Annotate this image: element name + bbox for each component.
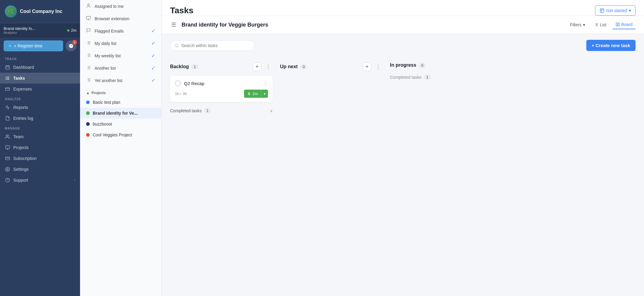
- task-more-button[interactable]: ⋮: [262, 80, 268, 87]
- sub-panel-project-buzzboost[interactable]: buzzboost: [80, 119, 161, 129]
- sidebar-item-dashboard[interactable]: Dashboard: [0, 62, 80, 73]
- my-daily-list-check: ✓: [151, 40, 155, 46]
- task-timer-dropdown-button[interactable]: ▾: [261, 90, 268, 98]
- sub-panel-assigned-to-me[interactable]: Assigned to me: [80, 0, 161, 12]
- sidebar-item-support[interactable]: Support ›: [0, 175, 80, 186]
- list-view-label: List: [600, 22, 607, 27]
- sidebar-item-reports[interactable]: Reports: [0, 102, 80, 113]
- hamburger-button[interactable]: ☰: [170, 20, 177, 29]
- sub-panel-project-brand-identity[interactable]: Brand identity for Ve...: [80, 108, 161, 119]
- tasks-project-title: Brand identity for Veggie Burgers: [182, 22, 563, 28]
- timer-time: 2m: [71, 28, 76, 33]
- sub-panel-another-list[interactable]: Another list ✓: [80, 62, 161, 74]
- svg-line-57: [178, 46, 179, 47]
- task-timer-button[interactable]: ⏸ 2m: [244, 90, 261, 98]
- sub-panel-flagged-emails[interactable]: Flagged Emails ✓: [80, 25, 161, 37]
- flag-icon: [86, 28, 92, 34]
- svg-rect-55: [618, 23, 619, 26]
- support-chevron-icon: ›: [74, 178, 75, 182]
- dashboard-icon: [5, 65, 10, 70]
- sub-panel-my-daily-list[interactable]: My daily list ✓: [80, 37, 161, 49]
- timer-analytics: Analytics: [4, 31, 35, 34]
- in-progress-completed-tasks: Completed tasks 1: [390, 73, 493, 81]
- company-name: Cool Company Inc: [20, 9, 62, 14]
- list-icon-yet-another: [86, 78, 92, 83]
- project-brand-identity-label: Brand identity for Ve...: [93, 111, 138, 116]
- project-buzzboost-label: buzzboost: [93, 122, 112, 126]
- backlog-more-button[interactable]: ⋮: [264, 63, 273, 71]
- sidebar-item-entries-log[interactable]: Entries log: [0, 113, 80, 124]
- board-view-icon: [616, 22, 620, 27]
- up-next-add-button[interactable]: +: [363, 62, 371, 71]
- project-basic-test-plan-label: Basic test plan: [93, 100, 120, 105]
- sidebar-header: 🌿 Cool Company Inc: [0, 0, 80, 23]
- sidebar-item-settings[interactable]: Settings: [0, 164, 80, 175]
- sidebar-item-entries-label: Entries log: [13, 116, 33, 121]
- support-icon: [5, 177, 10, 183]
- sidebar-item-support-label: Support: [13, 178, 28, 183]
- clock-icon: 🕐: [69, 44, 74, 48]
- timer-dot: [67, 29, 69, 32]
- in-progress-title: In progress: [390, 62, 416, 68]
- sub-panel-yet-another-list[interactable]: Yet another list ✓: [80, 74, 161, 87]
- track-section-label: TRACK: [0, 54, 80, 62]
- task-timer-wrap: ⏸ 2m ▾: [244, 90, 268, 98]
- sidebar-item-team[interactable]: Team: [0, 131, 80, 142]
- sidebar-item-settings-label: Settings: [13, 167, 29, 172]
- sub-panel-project-basic-test-plan[interactable]: Basic test plan: [80, 97, 161, 108]
- board-view-button[interactable]: Board: [613, 20, 636, 29]
- task-card-footer: 1h / 3h ⏸ 2m ▾: [175, 90, 268, 98]
- create-task-button[interactable]: + Create new task: [586, 40, 636, 51]
- tasks-toolbar: ☰ Brand identity for Veggie Burgers Filt…: [162, 16, 644, 34]
- svg-rect-54: [616, 23, 617, 26]
- up-next-count: 0: [300, 64, 307, 69]
- in-progress-column: In progress 0 Completed tasks 1: [390, 61, 493, 290]
- another-list-check: ✓: [151, 65, 155, 71]
- sidebar-item-projects[interactable]: Projects: [0, 142, 80, 153]
- team-icon: [5, 134, 10, 139]
- list-view-button[interactable]: List: [591, 21, 610, 29]
- get-started-label: Get started: [606, 8, 627, 13]
- timer-label: 2m: [253, 91, 258, 96]
- completed-tasks-chevron-icon: ∨: [270, 108, 273, 113]
- sidebar-item-subscription[interactable]: Subscription: [0, 153, 80, 164]
- task-complete-button[interactable]: [175, 80, 181, 86]
- timer-bar[interactable]: Brand identity fo... Analytics 2m: [0, 23, 80, 37]
- notifications-button[interactable]: 🕐 1: [66, 40, 76, 51]
- svg-point-56: [175, 44, 178, 46]
- up-next-more-button[interactable]: ⋮: [374, 63, 383, 71]
- register-time-label: + Register time: [14, 43, 43, 48]
- task-title: Q2 Recap: [184, 81, 259, 86]
- svg-rect-19: [86, 16, 90, 19]
- board-area: + Create new task Backlog 1 + ⋮ Q2 Recap: [162, 34, 644, 296]
- main-content: Tasks Get started ▾ ☰ Brand identity for…: [162, 0, 644, 296]
- backlog-add-button[interactable]: +: [253, 62, 261, 71]
- projects-section-header[interactable]: ▲ Projects: [80, 87, 161, 97]
- get-started-button[interactable]: Get started ▾: [595, 5, 636, 16]
- flagged-emails-check: ✓: [151, 28, 155, 34]
- board-view-label: Board: [621, 22, 633, 27]
- sidebar-item-tasks[interactable]: Tasks: [0, 73, 80, 84]
- search-input-wrap[interactable]: [170, 40, 255, 51]
- sub-panel-project-cool-veggies[interactable]: Cool Veggies Project: [80, 129, 161, 140]
- main-header: Tasks Get started ▾: [162, 0, 644, 16]
- register-time-button[interactable]: ＋ + Register time: [4, 40, 63, 51]
- sub-panel-browser-extension[interactable]: Browser extension: [80, 12, 161, 25]
- sub-panel-my-weekly-list[interactable]: My weekly list ✓: [80, 49, 161, 62]
- filters-button[interactable]: Filters ▾: [567, 21, 588, 29]
- completed-tasks-count: 1: [204, 108, 211, 113]
- projects-icon: [5, 145, 10, 150]
- board-columns: Backlog 1 + ⋮ Q2 Recap ⋮ 1h / 3h: [170, 61, 636, 290]
- completed-tasks-label: Completed tasks: [170, 108, 201, 113]
- create-task-label: + Create new task: [592, 43, 630, 48]
- in-progress-completed-label: Completed tasks: [390, 75, 421, 80]
- backlog-completed-tasks[interactable]: Completed tasks 1 ∨: [170, 105, 273, 116]
- board-search-row: + Create new task: [170, 40, 636, 51]
- sidebar-item-expenses[interactable]: Expenses: [0, 84, 80, 94]
- search-input[interactable]: [181, 43, 242, 48]
- timer-status: 2m: [67, 28, 76, 33]
- list-icon-another: [86, 65, 92, 71]
- svg-rect-47: [600, 9, 604, 12]
- svg-rect-0: [6, 66, 9, 69]
- tasks-icon: [5, 75, 10, 81]
